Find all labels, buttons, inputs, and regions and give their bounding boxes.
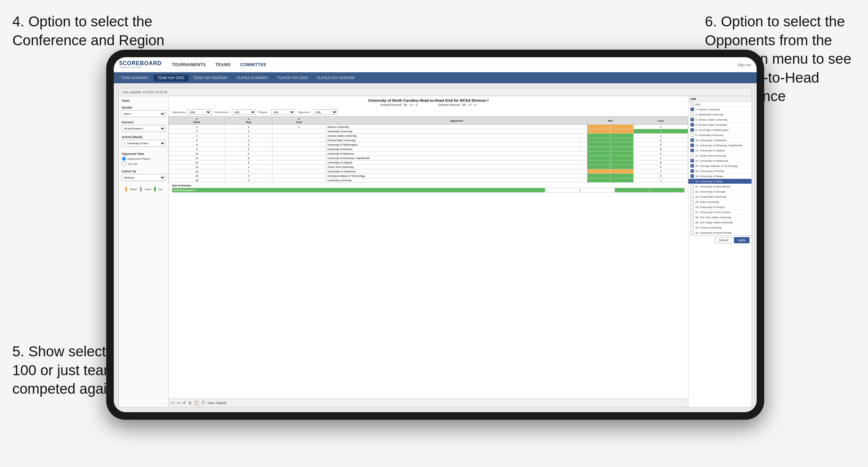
checkbox[interactable] — [690, 154, 694, 157]
right-panel-item-label: 27. University of Notre Dame — [695, 211, 731, 214]
checkbox[interactable] — [690, 200, 694, 204]
right-panel-item[interactable]: 30. Purdue University — [688, 225, 751, 230]
pause-icon[interactable]: ⏸ — [188, 401, 192, 405]
table-row: 10 5 University of Alabama 3 0 — [169, 151, 688, 156]
nav-teams[interactable]: TEAMS — [215, 61, 231, 69]
cell-opponent: University of Alabama — [326, 151, 587, 156]
radio-top100[interactable]: Top 100 — [122, 162, 166, 166]
right-panel-item[interactable]: 11. University of Arkansas, Fayetteville — [688, 143, 751, 148]
checkbox[interactable] — [690, 231, 694, 234]
right-panel-item[interactable]: 29. San Diego State University — [688, 220, 751, 225]
right-panel-item[interactable]: 25. University of Oregon — [688, 205, 751, 210]
tableau-toolbar: ↩ ↪ ↺ ⏸ 📋 ⏱ View: Original — [169, 398, 688, 407]
right-panel-item[interactable]: 4. Arizona State University — [688, 117, 751, 122]
right-panel-item-label: 4. Arizona State University — [695, 118, 728, 121]
right-panel-item[interactable]: 13. Texas Tech University — [688, 153, 751, 158]
right-panel-item[interactable]: 21. University of New Mexico — [688, 184, 751, 189]
checkbox[interactable] — [690, 102, 694, 106]
right-panel-item-label: 6. Florida State University — [695, 123, 727, 126]
right-panel-item[interactable]: 9. University of Arizona — [688, 133, 751, 138]
checkbox[interactable] — [690, 113, 694, 116]
radio-opponents-played[interactable]: Opponents Played — [122, 157, 166, 161]
export-icon[interactable]: 📋 — [194, 401, 199, 405]
checkbox[interactable] — [690, 205, 694, 209]
right-panel-item[interactable]: 27. University of Notre Dame — [688, 210, 751, 215]
right-panel-item[interactable]: 14. University of Oklahoma — [688, 158, 751, 163]
subnav-player-h2h-heatmap[interactable]: PLAYER H2H HEATMAP — [313, 75, 359, 81]
checkbox[interactable] — [690, 144, 694, 147]
checkbox[interactable] — [690, 174, 694, 178]
redo-icon[interactable]: ↪ — [177, 401, 180, 405]
sign-out-link[interactable]: Sign out — [737, 63, 751, 67]
table-scroll-area[interactable]: #Rank #Reg #Conf Opponent Win Loss — [169, 116, 688, 398]
cell-rank: 16 — [169, 178, 225, 183]
right-panel-item[interactable]: 20. University of Texas — [688, 179, 751, 184]
subnav-player-summary[interactable]: PLAYER SUMMARY — [233, 75, 272, 81]
checkbox[interactable] — [690, 169, 694, 173]
colour-by-select[interactable]: Win/loss — [122, 174, 166, 181]
opponents-dropdown[interactable]: (All) — [187, 109, 211, 115]
checkbox[interactable] — [690, 226, 694, 229]
cell-opponent: University of Virginia — [326, 160, 587, 165]
checkbox[interactable] — [690, 221, 694, 224]
checkbox[interactable] — [690, 108, 694, 111]
checkbox[interactable] — [690, 195, 694, 198]
right-panel-item[interactable]: 12. University of Virginia — [688, 148, 751, 153]
tablet-frame: 5COREBOARD Powered by eland TOURNAMENTS … — [106, 50, 764, 420]
checkbox[interactable] — [690, 216, 694, 219]
cell-win: 5 — [587, 134, 634, 138]
clock-icon[interactable]: ⏱ — [201, 401, 205, 405]
checkbox[interactable] — [690, 149, 694, 152]
checkbox[interactable] — [690, 180, 694, 183]
school-select[interactable]: 1. University of Nort... — [122, 140, 166, 147]
conference-dropdown[interactable]: (All) — [232, 109, 256, 115]
checkbox[interactable] — [690, 123, 694, 126]
cell-reg: 2 — [225, 143, 272, 147]
cell-conf — [272, 169, 326, 174]
checkbox[interactable] — [690, 138, 694, 142]
right-panel-item[interactable]: 3. Vanderbilt University — [688, 112, 751, 117]
opponent-dropdown[interactable]: (All) — [314, 109, 338, 115]
right-panel-item[interactable]: 2. Auburn University — [688, 107, 751, 112]
checkbox[interactable] — [690, 128, 694, 132]
right-panel-item[interactable]: 6. Florida State University — [688, 122, 751, 127]
tableau-panel: Last Updated: 4/7/2024 16:55:38 Team Gen… — [119, 88, 752, 407]
right-panel-item[interactable]: 24. Duke University — [688, 199, 751, 205]
right-panel-item[interactable]: 18. University of Illinois — [688, 174, 751, 179]
checkbox[interactable] — [690, 185, 694, 188]
undo-icon[interactable]: ↩ — [171, 401, 175, 405]
right-panel-item[interactable]: 23. Texas A&M University — [688, 194, 751, 199]
right-panel-item-label: 30. Purdue University — [695, 226, 721, 229]
checkbox[interactable] — [690, 118, 694, 121]
checkbox[interactable] — [690, 133, 694, 137]
legend-row: Down Level Up — [122, 185, 166, 193]
right-panel-item[interactable]: 8. University of Washington — [688, 127, 751, 133]
checkbox[interactable] — [690, 190, 694, 193]
table-row: 3 2 Vanderbilt University 0 4 — [169, 129, 688, 134]
nav-tournaments[interactable]: TOURNAMENTS — [172, 61, 206, 69]
right-panel-item[interactable]: 16. University of Florida — [688, 169, 751, 174]
right-panel-item[interactable]: 10. University of Alabama — [688, 138, 751, 143]
reset-icon[interactable]: ↺ — [182, 401, 186, 405]
gender-select[interactable]: Men's — [122, 110, 166, 117]
cancel-button[interactable]: Cancel — [715, 237, 732, 243]
checkbox[interactable] — [690, 159, 694, 162]
division-select[interactable]: NCAA Division I — [122, 125, 166, 132]
records-row: Overall Record: 89 - 17 - 0 Division Rec… — [169, 103, 688, 108]
right-panel-item[interactable]: (All) — [688, 102, 751, 107]
right-panel-item-label: 23. Texas A&M University — [695, 195, 726, 198]
apply-button[interactable]: Apply — [734, 237, 749, 243]
right-panel-item[interactable]: 31. University of North Florida — [688, 230, 751, 235]
right-panel-item[interactable]: 15. Georgia Institute of Technology — [688, 163, 751, 169]
checkbox[interactable] — [690, 164, 694, 168]
region-dropdown[interactable]: (All) — [271, 109, 295, 115]
nav-committee[interactable]: COMMITTEE — [240, 61, 267, 69]
subnav-team-summary[interactable]: TEAM SUMMARY — [117, 75, 153, 81]
cell-win: 1 — [587, 156, 634, 160]
right-panel-item[interactable]: 28. The Ohio State University — [688, 215, 751, 220]
subnav-team-h2h-grid[interactable]: TEAM H2H GRID — [154, 75, 188, 81]
subnav-player-h2h-grid[interactable]: PLAYER H2H GRID — [273, 75, 312, 81]
checkbox[interactable] — [690, 210, 694, 214]
subnav-team-h2h-heatmap[interactable]: TEAM H2H HEATMAP — [189, 75, 232, 81]
right-panel-item[interactable]: 22. University of Georgia — [688, 189, 751, 194]
